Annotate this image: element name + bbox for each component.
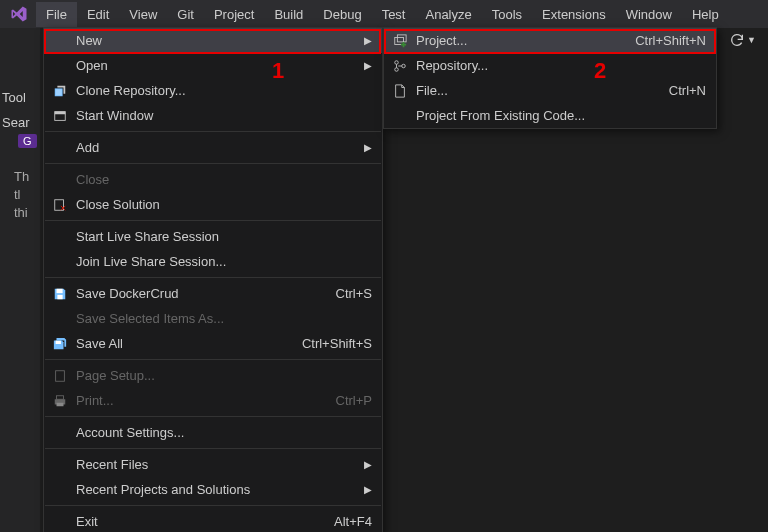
- menubar-item-tools[interactable]: Tools: [482, 2, 532, 27]
- menu-item-label: Save Selected Items As...: [76, 311, 372, 326]
- page-icon: [50, 368, 70, 384]
- file-menu-item-recent-projects-and-solutions[interactable]: Recent Projects and Solutions▶: [44, 477, 382, 502]
- menu-item-label: File...: [416, 83, 649, 98]
- menu-item-label: New: [76, 33, 356, 48]
- print-icon: [50, 393, 70, 409]
- refresh-icon: [729, 32, 745, 48]
- menu-item-label: Account Settings...: [76, 425, 372, 440]
- blank-icon: [50, 140, 70, 156]
- menu-separator: [45, 448, 381, 449]
- menu-item-label: Page Setup...: [76, 368, 372, 383]
- menu-item-label: Recent Files: [76, 457, 356, 472]
- menubar-item-window[interactable]: Window: [616, 2, 682, 27]
- toolbox-label: Tool: [2, 90, 26, 105]
- menubar: FileEditViewGitProjectBuildDebugTestAnal…: [0, 0, 768, 28]
- menu-shortcut: Ctrl+P: [336, 393, 372, 408]
- clone-icon: [50, 83, 70, 99]
- file-menu-item-new[interactable]: New▶: [44, 28, 382, 53]
- menu-item-label: Recent Projects and Solutions: [76, 482, 356, 497]
- menu-shortcut: Ctrl+Shift+S: [302, 336, 372, 351]
- blank-icon: [50, 229, 70, 245]
- menu-shortcut: Alt+F4: [334, 514, 372, 529]
- file-menu-item-close: Close: [44, 167, 382, 192]
- blank-icon: [50, 482, 70, 498]
- menu-item-label: Open: [76, 58, 356, 73]
- file-menu-item-start-window[interactable]: Start Window: [44, 103, 382, 128]
- file-menu-item-clone-repository[interactable]: Clone Repository...: [44, 78, 382, 103]
- close-sln-icon: [50, 197, 70, 213]
- refresh-button[interactable]: ▼: [729, 32, 756, 48]
- new-menu-item-project[interactable]: Project...Ctrl+Shift+N: [384, 28, 716, 53]
- file-menu-item-recent-files[interactable]: Recent Files▶: [44, 452, 382, 477]
- project-icon: [390, 33, 410, 49]
- search-label: Sear: [2, 115, 29, 130]
- menu-item-label: Save All: [76, 336, 282, 351]
- file-menu-item-join-live-share-session[interactable]: Join Live Share Session...: [44, 249, 382, 274]
- menu-separator: [45, 220, 381, 221]
- svg-rect-5: [56, 340, 61, 344]
- menu-item-label: Print...: [76, 393, 316, 408]
- menu-separator: [45, 359, 381, 360]
- menubar-item-project[interactable]: Project: [204, 2, 264, 27]
- file-menu-item-add[interactable]: Add▶: [44, 135, 382, 160]
- blank-icon: [390, 108, 410, 124]
- menu-shortcut: Ctrl+N: [669, 83, 706, 98]
- svg-rect-9: [57, 402, 64, 406]
- menu-item-label: Close Solution: [76, 197, 372, 212]
- menu-separator: [45, 505, 381, 506]
- chevron-right-icon: ▶: [364, 142, 372, 153]
- menubar-item-file[interactable]: File: [36, 2, 77, 27]
- menubar-item-test[interactable]: Test: [372, 2, 416, 27]
- svg-rect-8: [57, 395, 64, 399]
- blank-icon: [50, 172, 70, 188]
- blank-icon: [50, 254, 70, 270]
- menu-item-label: Save DockerCrud: [76, 286, 316, 301]
- menu-item-label: Start Window: [76, 108, 372, 123]
- new-menu-item-file[interactable]: File...Ctrl+N: [384, 78, 716, 103]
- new-menu-item-repository[interactable]: Repository...: [384, 53, 716, 78]
- file-menu-item-open[interactable]: Open▶: [44, 53, 382, 78]
- blank-icon: [50, 457, 70, 473]
- saveall-icon: [50, 336, 70, 352]
- svg-rect-11: [397, 34, 406, 41]
- svg-rect-6: [56, 370, 65, 381]
- file-menu-item-close-solution[interactable]: Close Solution: [44, 192, 382, 217]
- menu-separator: [45, 131, 381, 132]
- svg-point-12: [395, 60, 399, 64]
- menubar-item-debug[interactable]: Debug: [313, 2, 371, 27]
- file-menu-item-exit[interactable]: ExitAlt+F4: [44, 509, 382, 532]
- blank-icon: [50, 33, 70, 49]
- menubar-item-edit[interactable]: Edit: [77, 2, 119, 27]
- new-submenu-dropdown: Project...Ctrl+Shift+NRepository...File.…: [383, 27, 717, 129]
- repo-icon: [390, 58, 410, 74]
- menu-shortcut: Ctrl+S: [336, 286, 372, 301]
- vs-logo-icon: [8, 3, 30, 25]
- menu-item-label: Join Live Share Session...: [76, 254, 372, 269]
- chevron-right-icon: ▶: [364, 60, 372, 71]
- file-menu-item-save-dockercrud[interactable]: Save DockerCrudCtrl+S: [44, 281, 382, 306]
- sidebar-text: Thtlthi: [14, 168, 29, 223]
- new-menu-item-project-from-existing-code[interactable]: Project From Existing Code...: [384, 103, 716, 128]
- menu-separator: [45, 277, 381, 278]
- menu-item-label: Clone Repository...: [76, 83, 372, 98]
- file-menu-item-save-all[interactable]: Save AllCtrl+Shift+S: [44, 331, 382, 356]
- svg-rect-1: [55, 111, 66, 114]
- menubar-item-help[interactable]: Help: [682, 2, 729, 27]
- file-menu-item-page-setup: Page Setup...: [44, 363, 382, 388]
- svg-rect-3: [57, 288, 63, 292]
- chevron-right-icon: ▶: [364, 459, 372, 470]
- chevron-right-icon: ▶: [364, 35, 372, 46]
- svg-rect-4: [57, 294, 62, 298]
- menu-item-label: Project...: [416, 33, 615, 48]
- menu-separator: [45, 416, 381, 417]
- menubar-item-view[interactable]: View: [119, 2, 167, 27]
- menubar-item-build[interactable]: Build: [264, 2, 313, 27]
- menubar-item-analyze[interactable]: Analyze: [415, 2, 481, 27]
- blank-icon: [50, 514, 70, 530]
- file-menu-item-start-live-share-session[interactable]: Start Live Share Session: [44, 224, 382, 249]
- window-icon: [50, 108, 70, 124]
- menu-item-label: Close: [76, 172, 372, 187]
- menubar-item-git[interactable]: Git: [167, 2, 204, 27]
- menubar-item-extensions[interactable]: Extensions: [532, 2, 616, 27]
- file-menu-item-account-settings[interactable]: Account Settings...: [44, 420, 382, 445]
